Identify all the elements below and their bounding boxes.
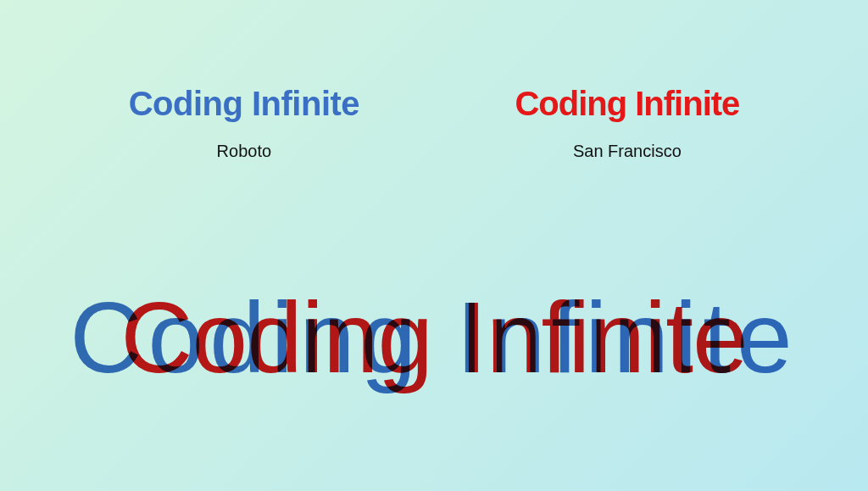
- roboto-sample: Coding Infinite Roboto: [129, 85, 359, 161]
- sanfrancisco-sample: Coding Infinite San Francisco: [515, 85, 739, 161]
- overlay-text-sanfrancisco: Coding Infinite: [0, 280, 868, 395]
- sanfrancisco-heading: Coding Infinite: [515, 85, 739, 123]
- font-comparison-row: Coding Infinite Roboto Coding Infinite S…: [0, 0, 868, 161]
- sanfrancisco-label: San Francisco: [515, 142, 739, 161]
- roboto-label: Roboto: [129, 142, 359, 161]
- roboto-heading: Coding Infinite: [129, 85, 359, 123]
